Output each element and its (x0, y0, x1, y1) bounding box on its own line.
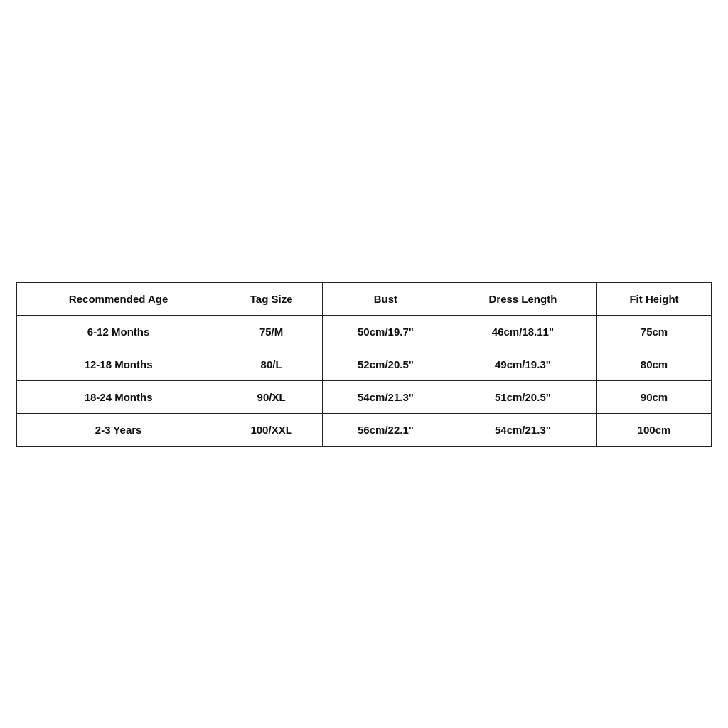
cell-dress_length-2: 51cm/20.5" (449, 380, 596, 413)
cell-bust-0: 50cm/19.7" (323, 315, 449, 348)
cell-fit_height-2: 90cm (596, 380, 712, 413)
cell-fit_height-0: 75cm (596, 315, 712, 348)
header-recommended-age: Recommended Age (16, 282, 220, 316)
cell-dress_length-1: 49cm/19.3" (449, 348, 596, 380)
cell-tag_size-1: 80/L (220, 348, 323, 380)
table-row: 12-18 Months80/L52cm/20.5"49cm/19.3"80cm (16, 348, 712, 380)
cell-tag_size-3: 100/XXL (220, 413, 323, 446)
cell-bust-1: 52cm/20.5" (323, 348, 449, 380)
header-bust: Bust (323, 282, 449, 316)
cell-dress_length-0: 46cm/18.11" (449, 315, 596, 348)
cell-bust-3: 56cm/22.1" (323, 413, 449, 446)
cell-fit_height-3: 100cm (596, 413, 712, 446)
cell-tag_size-0: 75/M (220, 315, 323, 348)
cell-bust-2: 54cm/21.3" (323, 380, 449, 413)
cell-tag_size-2: 90/XL (220, 380, 323, 413)
header-tag-size: Tag Size (220, 282, 323, 316)
cell-dress_length-3: 54cm/21.3" (449, 413, 596, 446)
size-chart-table: Recommended Age Tag Size Bust Dress Leng… (16, 282, 712, 447)
cell-age-2: 18-24 Months (16, 380, 220, 413)
table-row: 6-12 Months75/M50cm/19.7"46cm/18.11"75cm (16, 315, 712, 348)
table-header-row: Recommended Age Tag Size Bust Dress Leng… (16, 282, 712, 316)
header-fit-height: Fit Height (596, 282, 712, 316)
table-row: 18-24 Months90/XL54cm/21.3"51cm/20.5"90c… (16, 380, 712, 413)
cell-age-1: 12-18 Months (16, 348, 220, 380)
table-row: 2-3 Years100/XXL56cm/22.1"54cm/21.3"100c… (16, 413, 712, 446)
cell-age-0: 6-12 Months (16, 315, 220, 348)
cell-age-3: 2-3 Years (16, 413, 220, 446)
cell-fit_height-1: 80cm (596, 348, 712, 380)
size-chart-wrapper: Recommended Age Tag Size Bust Dress Leng… (16, 282, 712, 447)
header-dress-length: Dress Length (449, 282, 596, 316)
